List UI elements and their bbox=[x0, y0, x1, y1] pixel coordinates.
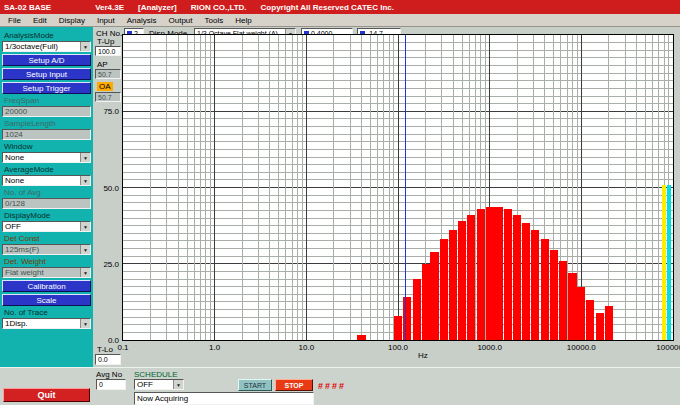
chevron-down-icon: ▼ bbox=[80, 319, 90, 328]
y-tick-label: 25.0 bbox=[103, 260, 119, 269]
no-of-trace-value: 1Disp. bbox=[5, 319, 28, 328]
gridline-v bbox=[302, 35, 303, 340]
setup-ad-button[interactable]: Setup A/D bbox=[2, 54, 91, 66]
spectrum-bar bbox=[568, 273, 576, 340]
average-mode-value: None bbox=[5, 176, 24, 185]
menu-output[interactable]: Output bbox=[163, 15, 199, 26]
spectrum-bar bbox=[477, 209, 485, 340]
gridline-v bbox=[269, 35, 270, 340]
stop-button[interactable]: STOP bbox=[275, 379, 313, 391]
average-mode-select[interactable]: None ▼ bbox=[2, 175, 91, 186]
t-lo-label: T-Lo bbox=[97, 345, 113, 354]
menu-tools[interactable]: Tools bbox=[199, 15, 230, 26]
gridline-v bbox=[292, 35, 293, 340]
chevron-down-icon: ▼ bbox=[80, 42, 90, 51]
spectrum-bar bbox=[531, 230, 539, 340]
no-of-avg-label: No. of Avg bbox=[2, 186, 91, 198]
status-box: Now Acquiring bbox=[134, 392, 314, 405]
gridline-v bbox=[242, 35, 243, 340]
gridline-v bbox=[389, 35, 390, 340]
gridline-v bbox=[658, 35, 659, 340]
no-of-trace-label: No. of Trace bbox=[2, 306, 91, 318]
t-lo-input[interactable]: 0.0 bbox=[95, 354, 121, 365]
avg-no-value: 0 bbox=[99, 381, 103, 388]
bottom-bar: Quit Avg No 0 SCHEDULE OFF ▼ START STOP … bbox=[0, 367, 680, 405]
gridline-v bbox=[377, 35, 378, 340]
sidebar: AnalysisMode 1/3octave(Full) ▼ Setup A/D… bbox=[0, 27, 93, 367]
y-tick-label: 50.0 bbox=[103, 184, 119, 193]
menu-help[interactable]: Help bbox=[229, 15, 257, 26]
cursor-line[interactable] bbox=[405, 35, 406, 340]
window-select[interactable]: None ▼ bbox=[2, 152, 91, 163]
menu-display[interactable]: Display bbox=[53, 15, 91, 26]
spectrum-bar bbox=[541, 239, 549, 340]
gridline-v bbox=[625, 35, 626, 340]
scale-button[interactable]: Scale bbox=[2, 294, 91, 306]
plot-area[interactable] bbox=[122, 34, 674, 341]
gridline-v bbox=[278, 35, 279, 340]
x-axis-labels: Hz 0.11.010.0100.01000.010000.0100000.0 bbox=[123, 343, 673, 361]
gridline-v bbox=[306, 35, 307, 340]
gridline-v bbox=[350, 35, 351, 340]
menu-analysis[interactable]: Analysis bbox=[121, 15, 163, 26]
x-tick-label: 10.0 bbox=[299, 343, 315, 352]
spectrum-bar bbox=[605, 306, 613, 340]
spectrum-bar bbox=[422, 264, 430, 340]
sample-length-label: SampleLength bbox=[2, 117, 91, 129]
chevron-down-icon: ▼ bbox=[80, 268, 90, 277]
spectrum-bar bbox=[504, 209, 512, 340]
app-company: RION CO.,LTD. bbox=[191, 3, 247, 12]
gridline-v bbox=[200, 35, 201, 340]
gridline-v bbox=[258, 35, 259, 340]
gridline-v bbox=[166, 35, 167, 340]
det-const-value: 125ms(F) bbox=[5, 245, 39, 254]
setup-input-button[interactable]: Setup Input bbox=[2, 68, 91, 80]
analysis-mode-label: AnalysisMode bbox=[2, 29, 91, 41]
setup-trigger-button[interactable]: Setup Trigger bbox=[2, 82, 91, 94]
gridline-v bbox=[652, 35, 653, 340]
spectrum-bar bbox=[550, 250, 558, 340]
gridline-v bbox=[636, 35, 637, 340]
avg-no-input[interactable]: 0 bbox=[96, 379, 126, 390]
spectrum-bar bbox=[577, 287, 585, 340]
oa-indicator-bar bbox=[667, 185, 671, 340]
display-mode-label: DisplayMode bbox=[2, 209, 91, 221]
x-tick-label: 1000.0 bbox=[477, 343, 501, 352]
chevron-down-icon: ▼ bbox=[80, 222, 90, 231]
chevron-down-icon: ▼ bbox=[80, 245, 90, 254]
calibration-button[interactable]: Calibration bbox=[2, 280, 91, 292]
freq-span-value: 20000 bbox=[2, 106, 91, 117]
avg-no-label: Avg No bbox=[96, 370, 122, 379]
spectrum-bar bbox=[357, 335, 365, 340]
spectrum-bar bbox=[467, 215, 475, 340]
x-tick-label: 100000.0 bbox=[656, 343, 680, 352]
schedule-select[interactable]: OFF ▼ bbox=[134, 379, 184, 390]
menu-edit[interactable]: Edit bbox=[27, 15, 53, 26]
x-tick-label: 0.1 bbox=[117, 343, 128, 352]
gridline-v bbox=[214, 35, 215, 340]
app-title: SA-02 BASE bbox=[4, 3, 51, 12]
spectrum-bar bbox=[458, 221, 466, 340]
t-lo-value: 0.0 bbox=[98, 356, 108, 363]
analyzer-pane: CH No. 2 Disp Mode 1/3 Octave Flat weigh… bbox=[93, 27, 680, 367]
quit-button[interactable]: Quit bbox=[3, 388, 90, 402]
analysis-mode-select[interactable]: 1/3octave(Full) ▼ bbox=[2, 41, 91, 52]
title-bar: SA-02 BASE Ver4.3E [Analyzer] RION CO.,L… bbox=[0, 0, 680, 14]
schedule-label: SCHEDULE bbox=[134, 370, 178, 379]
det-weight-value: Flat weight bbox=[5, 268, 44, 277]
y-axis-labels: 75.050.025.00.0 bbox=[93, 35, 120, 340]
display-mode-select[interactable]: OFF ▼ bbox=[2, 221, 91, 232]
no-of-trace-select[interactable]: 1Disp. ▼ bbox=[2, 318, 91, 329]
spectrum-bar bbox=[586, 300, 594, 340]
chevron-down-icon: ▼ bbox=[80, 153, 90, 162]
gridline-v bbox=[210, 35, 211, 340]
start-button[interactable]: START bbox=[238, 379, 272, 391]
spectrum-bar bbox=[596, 313, 604, 340]
menu-input[interactable]: Input bbox=[91, 15, 121, 26]
display-mode-value: OFF bbox=[5, 222, 21, 231]
menu-file[interactable]: File bbox=[2, 15, 27, 26]
schedule-value: OFF bbox=[137, 380, 153, 389]
spectrum-bar bbox=[522, 223, 530, 340]
y-tick-label: 75.0 bbox=[103, 107, 119, 116]
gridline-v bbox=[645, 35, 646, 340]
